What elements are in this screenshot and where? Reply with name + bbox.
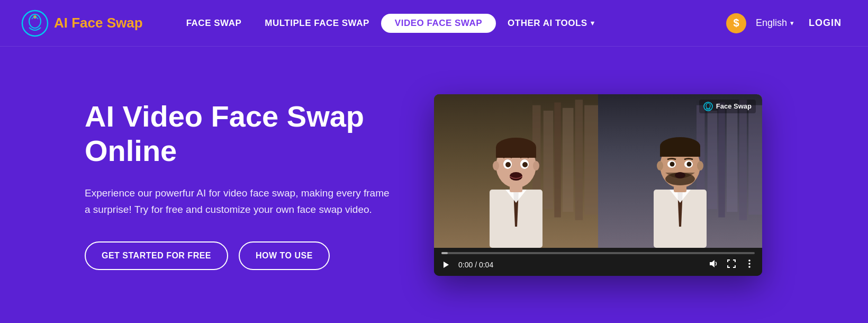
progress-bar[interactable] [441,252,755,254]
svg-point-50 [748,266,751,268]
progress-fill [441,252,448,254]
video-player: Face Swap 0:00 / 0:04 [434,94,762,276]
svg-rect-7 [575,100,583,220]
svg-point-19 [522,162,528,167]
hero-buttons: GET STARTED FOR FREE HOW TO USE [85,241,392,270]
svg-rect-8 [584,105,598,214]
more-options-button[interactable] [744,258,755,272]
video-watermark: Face Swap [699,100,756,113]
controls-row: 0:00 / 0:04 [441,258,755,272]
language-selector[interactable]: English ▾ [756,17,794,29]
dropdown-chevron-icon: ▾ [591,19,595,27]
svg-point-20 [510,172,522,181]
nav-links: FACE SWAP MULTIPLE FACE SWAP VIDEO FACE … [175,14,726,33]
time-display: 0:00 / 0:04 [458,261,493,269]
more-options-icon [744,258,755,269]
svg-point-48 [748,259,751,262]
hero-section: AI Video Face Swap Online Experience our… [0,47,868,323]
svg-marker-46 [444,262,449,268]
volume-button[interactable] [708,258,719,272]
nav-right: $ English ▾ LOGIN [726,13,847,33]
login-button[interactable]: LOGIN [803,14,847,32]
controls-right [708,258,755,272]
svg-point-45 [706,103,710,109]
svg-rect-15 [496,147,536,158]
hero-text-area: AI Video Face Swap Online Experience our… [85,100,392,270]
svg-point-22 [533,161,539,171]
svg-point-49 [748,263,751,265]
svg-point-43 [697,161,703,171]
nav-item-video-face-swap[interactable]: VIDEO FACE SWAP [381,14,496,33]
how-to-use-button[interactable]: HOW TO USE [239,241,330,270]
svg-point-21 [493,161,499,171]
svg-point-40 [687,162,692,166]
logo-text: AI Face Swap [54,15,143,31]
volume-icon [708,258,719,269]
video-face-right [598,94,762,248]
nav-item-face-swap[interactable]: FACE SWAP [175,14,254,33]
fullscreen-button[interactable] [726,258,737,272]
hero-title: AI Video Face Swap Online [85,100,392,168]
logo-icon [21,10,49,37]
play-icon [441,261,450,269]
svg-point-39 [670,162,675,166]
logo-link[interactable]: AI Face Swap [21,10,143,37]
svg-rect-28 [748,105,762,214]
video-face-left [434,94,598,248]
video-screen: Face Swap [434,94,762,248]
coin-icon[interactable]: $ [726,13,746,33]
watermark-logo-icon [703,102,713,111]
hero-description: Experience our powerfur AI for video fac… [85,185,392,218]
navbar: AI Face Swap FACE SWAP MULTIPLE FACE SWA… [0,0,868,47]
video-controls: 0:00 / 0:04 [434,248,762,276]
watermark-label: Face Swap [716,102,752,110]
svg-marker-47 [710,260,715,267]
svg-rect-35 [660,146,700,157]
nav-item-multiple-face-swap[interactable]: MULTIPLE FACE SWAP [253,14,381,33]
svg-point-18 [505,162,511,167]
person-silhouette-right-icon [627,105,733,248]
svg-point-42 [657,161,663,171]
language-label: English [756,17,787,29]
svg-point-41 [675,172,685,178]
language-chevron-icon: ▾ [790,19,794,27]
nav-item-other-ai-tools[interactable]: OTHER AI TOOLS ▾ [496,14,606,33]
svg-rect-27 [739,100,747,220]
person-silhouette-left-icon [463,105,569,248]
fullscreen-icon [726,258,737,269]
play-button[interactable] [441,261,450,269]
get-started-button[interactable]: GET STARTED FOR FREE [85,241,228,270]
